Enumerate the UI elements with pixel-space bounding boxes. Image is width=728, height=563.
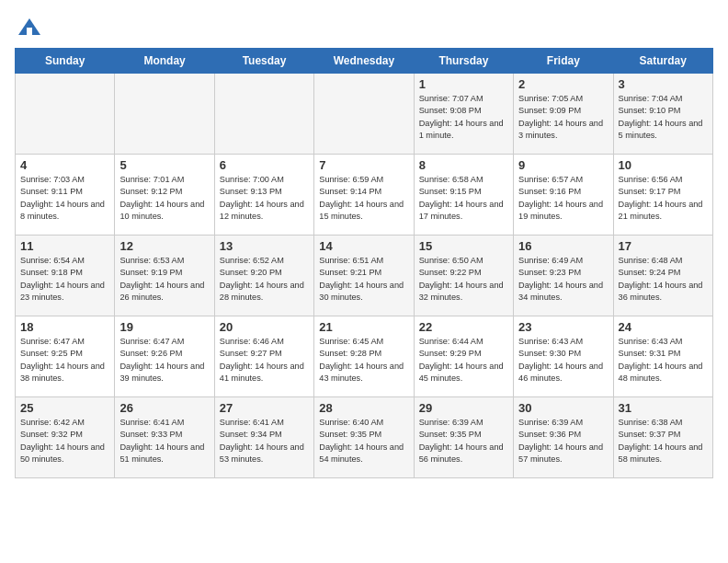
cell-info: Sunrise: 6:40 AM Sunset: 9:35 PM Dayligh… bbox=[319, 417, 408, 465]
page-header bbox=[15, 15, 713, 40]
day-number: 21 bbox=[319, 320, 408, 334]
cell-info: Sunrise: 6:39 AM Sunset: 9:36 PM Dayligh… bbox=[518, 417, 608, 465]
calendar-cell: 29Sunrise: 6:39 AM Sunset: 9:35 PM Dayli… bbox=[414, 397, 513, 478]
day-number: 20 bbox=[220, 320, 309, 334]
svg-rect-1 bbox=[27, 28, 32, 35]
calendar-cell: 20Sunrise: 6:46 AM Sunset: 9:27 PM Dayli… bbox=[214, 316, 313, 397]
day-number: 31 bbox=[619, 401, 708, 415]
weekday-header-thursday: Thursday bbox=[414, 49, 513, 74]
weekday-header-sunday: Sunday bbox=[16, 49, 115, 74]
cell-info: Sunrise: 6:57 AM Sunset: 9:16 PM Dayligh… bbox=[518, 174, 608, 223]
day-number: 7 bbox=[319, 158, 408, 172]
cell-info: Sunrise: 6:43 AM Sunset: 9:30 PM Dayligh… bbox=[518, 336, 608, 385]
week-row-1: 1Sunrise: 7:07 AM Sunset: 9:08 PM Daylig… bbox=[16, 74, 713, 155]
calendar-cell: 17Sunrise: 6:48 AM Sunset: 9:24 PM Dayli… bbox=[613, 236, 712, 316]
calendar-cell: 7Sunrise: 6:59 AM Sunset: 9:14 PM Daylig… bbox=[314, 155, 414, 236]
day-number: 9 bbox=[518, 158, 608, 172]
cell-info: Sunrise: 6:54 AM Sunset: 9:18 PM Dayligh… bbox=[20, 255, 109, 304]
day-number: 29 bbox=[419, 401, 508, 415]
day-number: 16 bbox=[518, 239, 608, 253]
calendar-cell bbox=[214, 74, 313, 155]
calendar-cell: 1Sunrise: 7:07 AM Sunset: 9:08 PM Daylig… bbox=[414, 74, 513, 155]
calendar-cell: 25Sunrise: 6:42 AM Sunset: 9:32 PM Dayli… bbox=[16, 397, 115, 478]
cell-info: Sunrise: 6:53 AM Sunset: 9:19 PM Dayligh… bbox=[119, 255, 209, 304]
cell-info: Sunrise: 6:39 AM Sunset: 9:35 PM Dayligh… bbox=[419, 417, 508, 465]
calendar-cell: 10Sunrise: 6:56 AM Sunset: 9:17 PM Dayli… bbox=[613, 155, 712, 236]
cell-info: Sunrise: 6:42 AM Sunset: 9:32 PM Dayligh… bbox=[20, 417, 109, 465]
weekday-header-tuesday: Tuesday bbox=[214, 49, 313, 74]
day-number: 15 bbox=[419, 239, 508, 253]
cell-info: Sunrise: 6:41 AM Sunset: 9:33 PM Dayligh… bbox=[119, 417, 209, 465]
week-row-3: 11Sunrise: 6:54 AM Sunset: 9:18 PM Dayli… bbox=[16, 236, 713, 316]
calendar-cell: 31Sunrise: 6:38 AM Sunset: 9:37 PM Dayli… bbox=[613, 397, 712, 478]
weekday-header-friday: Friday bbox=[514, 49, 613, 74]
day-number: 14 bbox=[319, 239, 408, 253]
cell-info: Sunrise: 6:44 AM Sunset: 9:29 PM Dayligh… bbox=[419, 336, 508, 385]
cell-info: Sunrise: 6:41 AM Sunset: 9:34 PM Dayligh… bbox=[220, 417, 309, 465]
calendar-cell: 8Sunrise: 6:58 AM Sunset: 9:15 PM Daylig… bbox=[414, 155, 513, 236]
cell-info: Sunrise: 7:05 AM Sunset: 9:09 PM Dayligh… bbox=[518, 93, 608, 142]
calendar-cell bbox=[314, 74, 414, 155]
cell-info: Sunrise: 6:45 AM Sunset: 9:28 PM Dayligh… bbox=[319, 336, 408, 385]
calendar-table: SundayMondayTuesdayWednesdayThursdayFrid… bbox=[15, 48, 713, 478]
calendar-cell: 14Sunrise: 6:51 AM Sunset: 9:21 PM Dayli… bbox=[314, 236, 414, 316]
day-number: 8 bbox=[419, 158, 508, 172]
day-number: 27 bbox=[220, 401, 309, 415]
cell-info: Sunrise: 6:58 AM Sunset: 9:15 PM Dayligh… bbox=[419, 174, 508, 223]
calendar-cell: 16Sunrise: 6:49 AM Sunset: 9:23 PM Dayli… bbox=[514, 236, 613, 316]
cell-info: Sunrise: 7:07 AM Sunset: 9:08 PM Dayligh… bbox=[419, 93, 508, 142]
calendar-cell: 30Sunrise: 6:39 AM Sunset: 9:36 PM Dayli… bbox=[514, 397, 613, 478]
cell-info: Sunrise: 6:38 AM Sunset: 9:37 PM Dayligh… bbox=[619, 417, 708, 465]
weekday-header-monday: Monday bbox=[115, 49, 214, 74]
cell-info: Sunrise: 6:49 AM Sunset: 9:23 PM Dayligh… bbox=[518, 255, 608, 304]
cell-info: Sunrise: 6:52 AM Sunset: 9:20 PM Dayligh… bbox=[220, 255, 309, 304]
cell-info: Sunrise: 6:47 AM Sunset: 9:25 PM Dayligh… bbox=[20, 336, 109, 385]
calendar-cell bbox=[115, 74, 214, 155]
calendar-cell: 5Sunrise: 7:01 AM Sunset: 9:12 PM Daylig… bbox=[115, 155, 214, 236]
logo bbox=[15, 15, 42, 40]
day-number: 10 bbox=[619, 158, 708, 172]
cell-info: Sunrise: 6:43 AM Sunset: 9:31 PM Dayligh… bbox=[619, 336, 708, 385]
calendar-cell: 4Sunrise: 7:03 AM Sunset: 9:11 PM Daylig… bbox=[16, 155, 115, 236]
cell-info: Sunrise: 6:48 AM Sunset: 9:24 PM Dayligh… bbox=[619, 255, 708, 304]
calendar-cell: 2Sunrise: 7:05 AM Sunset: 9:09 PM Daylig… bbox=[514, 74, 613, 155]
day-number: 22 bbox=[419, 320, 508, 334]
calendar-cell: 23Sunrise: 6:43 AM Sunset: 9:30 PM Dayli… bbox=[514, 316, 613, 397]
day-number: 19 bbox=[119, 320, 209, 334]
day-number: 24 bbox=[619, 320, 708, 334]
calendar-cell: 26Sunrise: 6:41 AM Sunset: 9:33 PM Dayli… bbox=[115, 397, 214, 478]
cell-info: Sunrise: 6:51 AM Sunset: 9:21 PM Dayligh… bbox=[319, 255, 408, 304]
day-number: 23 bbox=[518, 320, 608, 334]
weekday-header-wednesday: Wednesday bbox=[314, 49, 414, 74]
calendar-cell: 21Sunrise: 6:45 AM Sunset: 9:28 PM Dayli… bbox=[314, 316, 414, 397]
day-number: 18 bbox=[20, 320, 109, 334]
weekday-header-saturday: Saturday bbox=[613, 49, 712, 74]
day-number: 30 bbox=[518, 401, 608, 415]
calendar-cell: 28Sunrise: 6:40 AM Sunset: 9:35 PM Dayli… bbox=[314, 397, 414, 478]
day-number: 28 bbox=[319, 401, 408, 415]
day-number: 17 bbox=[619, 239, 708, 253]
day-number: 6 bbox=[220, 158, 309, 172]
weekday-header-row: SundayMondayTuesdayWednesdayThursdayFrid… bbox=[16, 49, 713, 74]
calendar-cell: 24Sunrise: 6:43 AM Sunset: 9:31 PM Dayli… bbox=[613, 316, 712, 397]
cell-info: Sunrise: 7:03 AM Sunset: 9:11 PM Dayligh… bbox=[20, 174, 109, 223]
day-number: 3 bbox=[619, 77, 708, 91]
calendar-cell: 6Sunrise: 7:00 AM Sunset: 9:13 PM Daylig… bbox=[214, 155, 313, 236]
day-number: 26 bbox=[119, 401, 209, 415]
week-row-4: 18Sunrise: 6:47 AM Sunset: 9:25 PM Dayli… bbox=[16, 316, 713, 397]
calendar-cell: 9Sunrise: 6:57 AM Sunset: 9:16 PM Daylig… bbox=[514, 155, 613, 236]
day-number: 2 bbox=[518, 77, 608, 91]
cell-info: Sunrise: 7:00 AM Sunset: 9:13 PM Dayligh… bbox=[220, 174, 309, 223]
day-number: 25 bbox=[20, 401, 109, 415]
week-row-2: 4Sunrise: 7:03 AM Sunset: 9:11 PM Daylig… bbox=[16, 155, 713, 236]
day-number: 1 bbox=[419, 77, 508, 91]
cell-info: Sunrise: 6:50 AM Sunset: 9:22 PM Dayligh… bbox=[419, 255, 508, 304]
cell-info: Sunrise: 7:01 AM Sunset: 9:12 PM Dayligh… bbox=[119, 174, 209, 223]
day-number: 12 bbox=[119, 239, 209, 253]
day-number: 13 bbox=[220, 239, 309, 253]
day-number: 4 bbox=[20, 158, 109, 172]
calendar-cell: 13Sunrise: 6:52 AM Sunset: 9:20 PM Dayli… bbox=[214, 236, 313, 316]
calendar-cell: 15Sunrise: 6:50 AM Sunset: 9:22 PM Dayli… bbox=[414, 236, 513, 316]
cell-info: Sunrise: 6:47 AM Sunset: 9:26 PM Dayligh… bbox=[119, 336, 209, 385]
calendar-cell: 12Sunrise: 6:53 AM Sunset: 9:19 PM Dayli… bbox=[115, 236, 214, 316]
